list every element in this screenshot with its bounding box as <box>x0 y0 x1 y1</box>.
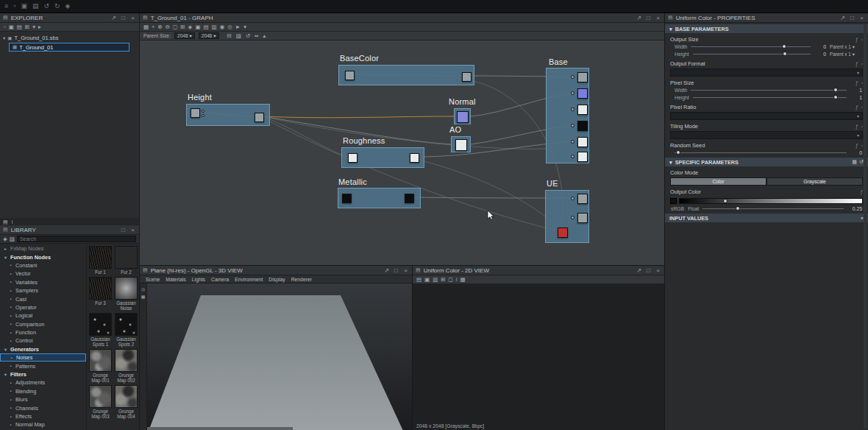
library-tree-item[interactable]: ▾ Generators <box>0 345 86 353</box>
library-tree-item[interactable]: ▪ Control <box>0 336 86 345</box>
library-tree-item[interactable]: ▸ FxMap Nodes <box>0 244 86 253</box>
color-picker-icon[interactable] <box>670 198 677 204</box>
snap-toggle-icon[interactable]: ◈ <box>188 24 193 30</box>
view3d-menu-item[interactable]: Environment <box>235 277 263 282</box>
refresh-icon[interactable]: ↺ <box>246 33 250 39</box>
library-tree-item[interactable]: ▪ Operator <box>0 303 86 311</box>
basecolor-frame[interactable] <box>338 65 474 85</box>
ao-node[interactable] <box>455 139 467 151</box>
close-icon[interactable]: × <box>655 267 661 274</box>
basecolor-input-node[interactable] <box>345 71 355 80</box>
function-icon[interactable]: ƒ <box>855 105 858 110</box>
function-icon[interactable]: ƒ <box>855 124 858 129</box>
output-ring[interactable] <box>571 216 574 219</box>
view3d-menu-item[interactable]: Renderer <box>291 277 312 282</box>
random-seed-slider[interactable] <box>675 149 847 155</box>
library-tree-item[interactable]: ▪ Samplers <box>0 286 86 295</box>
view3d-menu-item[interactable]: Lights <box>192 277 205 282</box>
link-package-icon[interactable]: ⊞ <box>25 24 29 30</box>
maximize-icon[interactable]: □ <box>120 15 127 21</box>
width-slider[interactable] <box>691 43 811 49</box>
panel-tab-icon[interactable]: ▤ <box>3 219 8 225</box>
section-base-parameters[interactable]: ▾ BASE PARAMETERS <box>665 24 868 33</box>
channels-icon[interactable]: ▥ <box>433 277 438 283</box>
height-input-node[interactable] <box>191 108 200 118</box>
library-thumbnail[interactable]: Fur 2 <box>115 246 138 275</box>
height-output-node[interactable] <box>255 113 264 122</box>
basecolor-output-node[interactable] <box>462 72 472 82</box>
tiling-mode-dropdown[interactable]: ▾ <box>670 131 863 139</box>
library-tree-item[interactable]: ▪ Logical <box>0 311 86 320</box>
open-package-icon[interactable]: ▣ <box>9 24 14 30</box>
library-tree-item[interactable]: ▪ Blending <box>0 387 86 395</box>
parent-size-dropdown[interactable]: 2048 ▾ <box>174 32 195 39</box>
width-mode-dropdown[interactable]: Parent x 1 ▾ <box>830 44 862 49</box>
function-icon[interactable]: ƒ <box>855 80 858 85</box>
pixel-height-slider[interactable] <box>693 94 847 100</box>
roughness-input-node[interactable] <box>348 153 357 163</box>
uniform-color-node[interactable] <box>558 228 568 238</box>
view3d-menu-item[interactable]: Display <box>268 277 285 282</box>
output-dot[interactable] <box>202 114 204 117</box>
function-icon[interactable]: ƒ <box>855 37 858 42</box>
app-menu-icon[interactable]: ≡ <box>4 3 8 10</box>
library-tree-item[interactable]: ▪ Channels <box>0 403 86 412</box>
normal-frame[interactable] <box>454 108 471 124</box>
fit-view-icon[interactable]: ◻ <box>173 24 177 30</box>
size-dropdown[interactable]: 2048 ▾ <box>199 32 219 39</box>
node-graph-canvas[interactable]: BaseColor Height Normal AO <box>140 40 664 265</box>
output-ring[interactable] <box>571 197 574 200</box>
library-thumbnail[interactable]: Fur 3 <box>89 277 112 311</box>
grid-toggle-icon[interactable]: ⊞ <box>180 24 185 30</box>
output-format-dropdown[interactable]: ▾ <box>670 68 863 77</box>
roughness-frame[interactable] <box>341 147 424 168</box>
library-thumbnail[interactable]: Grunge Map 002 <box>115 349 138 383</box>
settings-icon[interactable]: ◈ <box>65 3 71 10</box>
library-thumbnail[interactable]: Grunge Map 003 <box>89 385 112 419</box>
expand-all-icon[interactable]: ▾ <box>32 24 35 30</box>
output-ring[interactable] <box>571 75 574 79</box>
library-tree-item[interactable]: ▪ Normal Map <box>0 420 86 429</box>
explorer-root-item[interactable]: ▾ ▣ T_Ground_01.sbs <box>0 34 139 42</box>
options-icon[interactable]: ▫ <box>861 80 863 85</box>
new-file-icon[interactable]: ▫ <box>13 3 15 10</box>
float-icon[interactable]: ↗ <box>110 15 117 21</box>
library-tree-item[interactable]: ▪ Adjustments <box>0 378 86 387</box>
new-package-icon[interactable]: ▫ <box>4 24 6 30</box>
camera-preset-icon[interactable]: ◎ <box>141 287 145 292</box>
library-tree-item[interactable]: ▪ Noises <box>0 353 86 362</box>
display-mode-icon[interactable]: ▦ <box>141 295 146 299</box>
maximize-icon[interactable]: □ <box>849 15 855 21</box>
output-ring[interactable] <box>571 140 574 144</box>
collapse-all-icon[interactable]: ▸ <box>38 24 41 30</box>
edit-size-icon[interactable]: ▨ <box>236 33 241 39</box>
color-mode-grayscale-button[interactable]: Grayscale <box>766 177 863 186</box>
close-icon[interactable]: × <box>655 15 661 21</box>
output-ring[interactable] <box>571 91 574 95</box>
pause-icon[interactable]: ▪▪ <box>255 33 258 39</box>
library-thumbnail[interactable]: Grunge Map 004 <box>115 385 138 419</box>
maximize-icon[interactable]: □ <box>645 267 652 274</box>
metallic-output-node[interactable] <box>405 194 414 203</box>
float-icon[interactable]: ↗ <box>839 15 846 21</box>
height-slider[interactable] <box>693 51 811 57</box>
options-icon[interactable]: ▫ <box>861 124 863 129</box>
base-output-node[interactable] <box>577 152 588 162</box>
library-thumbnail[interactable]: Fur 1 <box>89 246 112 275</box>
edit-presets-icon[interactable]: ▨ <box>10 236 15 242</box>
view3d-scrollbar[interactable] <box>147 427 293 430</box>
chevron-down-icon[interactable]: ▾ <box>3 35 5 41</box>
section-input-values[interactable]: INPUT VALUES ● <box>665 214 868 222</box>
home-view-icon[interactable]: ▴ <box>263 33 266 39</box>
close-icon[interactable]: × <box>858 15 865 21</box>
base-output-node[interactable] <box>577 72 588 82</box>
search-input[interactable] <box>17 236 136 242</box>
close-icon[interactable]: × <box>129 15 136 21</box>
metallic-input-node[interactable] <box>342 194 352 203</box>
ue-output-node[interactable] <box>577 194 588 204</box>
zoom-fit-icon[interactable]: ◻ <box>449 277 453 283</box>
library-tree-item[interactable]: ▾ Function Nodes <box>0 253 86 261</box>
options-icon[interactable]: ▫ <box>861 61 863 66</box>
filter-nodes-icon[interactable]: ▾ <box>243 24 246 30</box>
add-node-icon[interactable]: ▣ <box>195 24 200 30</box>
